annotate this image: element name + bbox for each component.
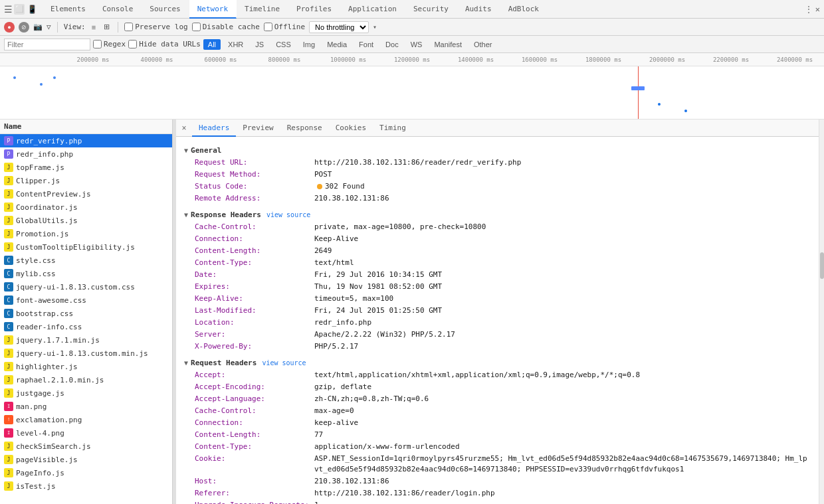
list-item-clipper[interactable]: J Clipper.js bbox=[0, 174, 172, 187]
css-icon-2: C bbox=[4, 269, 13, 278]
list-item-highlighter[interactable]: J highlighter.js bbox=[0, 360, 172, 373]
tab-timeline[interactable]: Timeline bbox=[237, 0, 288, 19]
list-item-jquery171[interactable]: J jquery.1.7.1.min.js bbox=[0, 333, 172, 347]
close-devtools-icon[interactable]: ✕ bbox=[815, 5, 820, 14]
devtools-menu-icon[interactable]: ☰ bbox=[4, 4, 13, 15]
list-item-fontawesome[interactable]: C font-awesome.css bbox=[0, 294, 172, 307]
list-item-contentpreview[interactable]: J ContentPreview.js bbox=[0, 187, 172, 201]
list-item-redr-verify[interactable]: P redr_verify.php bbox=[0, 134, 172, 147]
tab-sources[interactable]: Sources bbox=[142, 0, 189, 19]
tab-response[interactable]: Response bbox=[280, 120, 329, 137]
accept-name: Accept: bbox=[195, 370, 314, 380]
file-name: ContentPreview.js bbox=[16, 190, 91, 199]
list-item-istest[interactable]: J isTest.js bbox=[0, 479, 172, 493]
filter-font-btn[interactable]: Font bbox=[354, 39, 378, 50]
inspect-icon[interactable]: ⬜ bbox=[14, 4, 25, 15]
referer-value: http://210.38.102.131:86/reader/login.ph… bbox=[314, 488, 495, 499]
offline-checkbox[interactable] bbox=[264, 23, 272, 31]
list-item-bootstrap[interactable]: C bootstrap.css bbox=[0, 307, 172, 320]
preserve-log-checkbox[interactable] bbox=[124, 23, 133, 31]
tab-timing[interactable]: Timing bbox=[373, 120, 413, 137]
list-item-readerinfo-css[interactable]: C reader-info.css bbox=[0, 320, 172, 333]
file-name: Promotion.js bbox=[16, 230, 68, 238]
js-icon-8: J bbox=[4, 335, 13, 345]
filter-css-btn[interactable]: CSS bbox=[271, 39, 296, 50]
regex-checkbox[interactable] bbox=[93, 40, 102, 48]
tab-console[interactable]: Console bbox=[94, 0, 142, 19]
general-toggle[interactable]: ▼ bbox=[184, 147, 188, 154]
mobile-icon[interactable]: 📱 bbox=[26, 5, 39, 14]
filter-input[interactable] bbox=[4, 39, 90, 50]
list-view-button[interactable]: ≡ bbox=[90, 23, 98, 32]
file-name: exclamation.png bbox=[16, 416, 82, 424]
list-item-pageinfo[interactable]: J PageInfo.js bbox=[0, 466, 172, 479]
tab-preview[interactable]: Preview bbox=[236, 120, 280, 137]
tab-network[interactable]: Network bbox=[189, 0, 237, 19]
filter-img-btn[interactable]: Img bbox=[298, 39, 320, 50]
filter-js-btn[interactable]: JS bbox=[251, 39, 268, 50]
request-headers-title: Request Headers bbox=[191, 359, 257, 367]
content-type-name: Content-Type: bbox=[195, 258, 314, 268]
tab-audits[interactable]: Audits bbox=[457, 0, 500, 19]
camera-icon[interactable]: 📷 bbox=[33, 23, 43, 31]
filter-all-btn[interactable]: All bbox=[203, 39, 221, 50]
list-item-justgage[interactable]: J justgage.js bbox=[0, 386, 172, 400]
list-item-redr-info[interactable]: P redr_info.php bbox=[0, 147, 172, 161]
list-item-customtooltip[interactable]: J CustomTooltipEligibility.js bbox=[0, 240, 172, 254]
filter-icon[interactable]: ▽ bbox=[47, 23, 51, 31]
filter-ws-btn[interactable]: WS bbox=[406, 39, 427, 50]
timeline-ticks: 200000 ms 400000 ms 600000 ms 800000 ms … bbox=[0, 53, 824, 66]
req-upgrade-insecure: Upgrade-Insecure-Requests: 1 bbox=[184, 500, 811, 504]
list-item-raphael[interactable]: J raphael.2.1.0.min.js bbox=[0, 373, 172, 386]
file-name: reader-info.css bbox=[16, 323, 82, 331]
tab-cookies[interactable]: Cookies bbox=[329, 120, 373, 137]
list-item-topframe[interactable]: J topFrame.js bbox=[0, 161, 172, 174]
list-item-level4-png[interactable]: I level-4.png bbox=[0, 426, 172, 440]
response-headers-view-source[interactable]: view source bbox=[266, 211, 310, 218]
list-item-exclamation-png[interactable]: ! exclamation.png bbox=[0, 413, 172, 426]
filter-doc-btn[interactable]: Doc bbox=[381, 39, 403, 50]
list-item-man-png[interactable]: I man.png bbox=[0, 400, 172, 413]
request-headers-view-source[interactable]: view source bbox=[262, 359, 306, 367]
tab-adblock[interactable]: AdBlock bbox=[500, 0, 548, 19]
list-item-globalutils[interactable]: J GlobalUtils.js bbox=[0, 214, 172, 227]
list-item-pagevisible[interactable]: J pageVisible.js bbox=[0, 453, 172, 466]
list-item-jqueryui-min[interactable]: J jquery-ui-1.8.13.custom.min.js bbox=[0, 347, 172, 360]
tab-headers[interactable]: Headers bbox=[192, 120, 236, 137]
connection-value: Keep-Alive bbox=[314, 234, 358, 244]
request-method-name: Request Method: bbox=[195, 169, 314, 180]
record-button[interactable]: ● bbox=[4, 22, 15, 33]
filter-xhr-btn[interactable]: XHR bbox=[223, 39, 248, 50]
regex-group: Regex bbox=[93, 40, 126, 48]
grid-view-button[interactable]: ⊞ bbox=[102, 22, 112, 32]
list-item-style[interactable]: C style.css bbox=[0, 254, 172, 267]
panel-close-button[interactable]: × bbox=[179, 123, 189, 133]
file-name: checkSimSearch.js bbox=[16, 442, 91, 451]
disable-cache-checkbox[interactable] bbox=[192, 23, 201, 31]
list-item-coordinator[interactable]: J Coordinator.js bbox=[0, 201, 172, 214]
filter-manifest-btn[interactable]: Manifest bbox=[429, 39, 466, 50]
request-headers-toggle[interactable]: ▼ bbox=[184, 359, 188, 367]
x-powered-by-name: X-Powered-By: bbox=[195, 341, 314, 352]
right-scrollbar[interactable] bbox=[819, 120, 824, 504]
disable-cache-label: Disable cache bbox=[203, 23, 260, 31]
general-section-header: ▼ General bbox=[184, 146, 811, 155]
list-item-checksimsearch[interactable]: J checkSimSearch.js bbox=[0, 440, 172, 453]
tab-application[interactable]: Application bbox=[340, 0, 405, 19]
list-item-promotion[interactable]: J Promotion.js bbox=[0, 227, 172, 240]
filter-other-btn[interactable]: Other bbox=[469, 39, 497, 50]
throttle-select[interactable]: No throttling bbox=[309, 21, 369, 33]
response-headers-toggle[interactable]: ▼ bbox=[184, 211, 188, 218]
list-item-mylib[interactable]: C mylib.css bbox=[0, 267, 172, 280]
regex-label: Regex bbox=[104, 40, 126, 48]
stop-button[interactable]: ⊘ bbox=[19, 22, 29, 33]
list-item-jqueryui-css[interactable]: C jquery-ui-1.8.13.custom.css bbox=[0, 280, 172, 294]
more-tools-icon[interactable]: ⋮ bbox=[805, 5, 813, 14]
filter-media-btn[interactable]: Media bbox=[322, 39, 352, 50]
tab-security[interactable]: Security bbox=[405, 0, 457, 19]
tab-elements[interactable]: Elements bbox=[43, 0, 94, 19]
hide-data-urls-checkbox[interactable] bbox=[128, 40, 137, 48]
content-length-name: Content-Length: bbox=[195, 246, 314, 256]
css-icon-1: C bbox=[4, 256, 13, 265]
tab-profiles[interactable]: Profiles bbox=[288, 0, 340, 19]
